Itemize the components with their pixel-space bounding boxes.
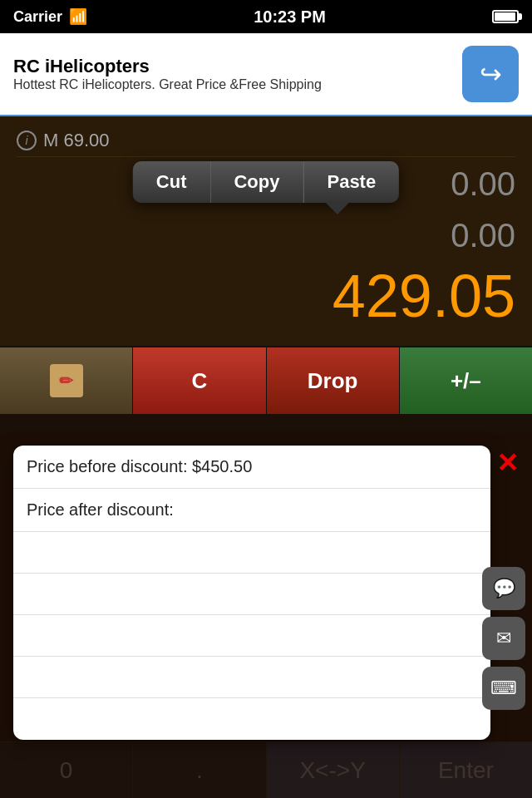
info-icon[interactable]: i: [17, 131, 37, 150]
popup-line-1: Price before discount: $450.50: [13, 446, 490, 489]
copy-button[interactable]: Copy: [210, 161, 303, 203]
popup-line-4: [13, 574, 490, 615]
ad-text: RC iHelicopters Hottest RC iHelicopters.…: [13, 56, 452, 92]
clear-button[interactable]: C: [133, 347, 266, 414]
notebook-icon: [50, 364, 83, 397]
time-display: 10:23 PM: [254, 7, 326, 27]
drop-button[interactable]: Drop: [267, 347, 400, 414]
notebook-button[interactable]: [0, 347, 133, 414]
ad-subtitle: Hottest RC iHelicopters. Great Price &Fr…: [13, 77, 452, 92]
popup-line-2: Price after discount:: [13, 489, 490, 532]
ad-banner[interactable]: RC iHelicopters Hottest RC iHelicopters.…: [0, 33, 532, 116]
display-main-value: 429.05: [17, 260, 515, 337]
popup-overlay: Price before discount: $450.50 Price aft…: [0, 434, 532, 798]
popup-card: Price before discount: $450.50 Price aft…: [13, 446, 490, 740]
ad-title: RC iHelicopters: [13, 56, 452, 77]
popup-line-5: [13, 615, 490, 657]
carrier-label: Carrier: [13, 8, 62, 26]
mail-button[interactable]: ✉: [482, 617, 525, 660]
context-menu: Cut Copy Paste: [133, 161, 399, 203]
wifi-icon: 📶: [69, 7, 87, 26]
popup-line-3: [13, 532, 490, 574]
battery-icon: [492, 10, 519, 23]
ad-action-button[interactable]: ↪: [462, 46, 519, 102]
popup-line-7: [13, 698, 490, 740]
sidebar-buttons: 💬 ✉ ⌨: [482, 567, 525, 710]
calc-buttons-row: C Drop +/–: [0, 346, 532, 414]
popup-close-button[interactable]: ✕: [496, 447, 519, 479]
cut-button[interactable]: Cut: [133, 161, 211, 203]
memory-line: i M 69.00: [17, 125, 515, 157]
chat-button[interactable]: 💬: [482, 567, 525, 610]
paste-button[interactable]: Paste: [303, 161, 399, 203]
popup-line-6: [13, 657, 490, 698]
memory-value: M 69.00: [43, 130, 110, 151]
status-bar: Carrier 📶 10:23 PM: [0, 0, 532, 33]
calculator-display: i M 69.00 0.00 Cut Copy Paste 0.00 429.0…: [0, 116, 532, 346]
keyboard-button[interactable]: ⌨: [482, 667, 525, 710]
display-value-bottom: 0.00: [17, 207, 515, 260]
plusminus-button[interactable]: +/–: [400, 347, 532, 414]
